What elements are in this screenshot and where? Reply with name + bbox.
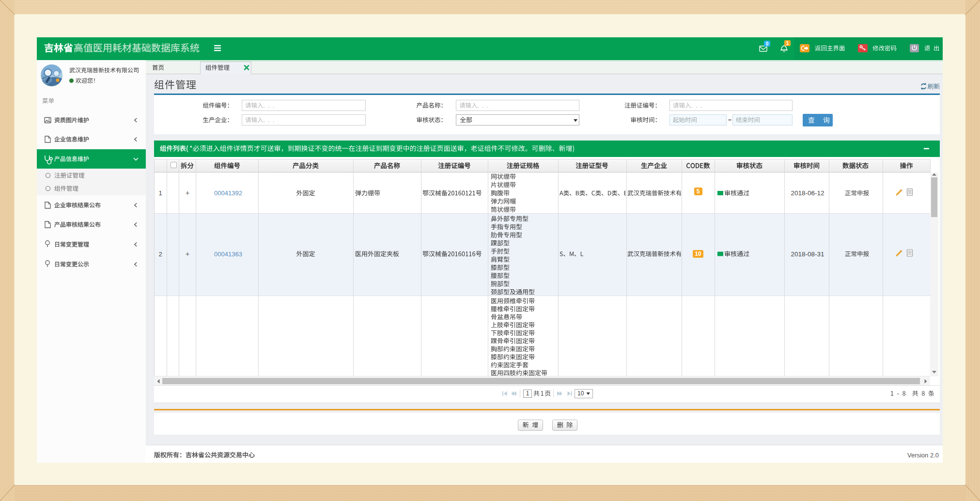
svg-text:2018-06-12: 2018-06-12 — [791, 189, 824, 197]
svg-text:+: + — [186, 250, 189, 258]
svg-text:1: 1 — [786, 41, 789, 46]
svg-text:00041392: 00041392 — [214, 189, 242, 197]
svg-text:1: 1 — [158, 189, 162, 197]
svg-text:+: + — [186, 189, 189, 197]
svg-text:00041363: 00041363 — [214, 250, 242, 258]
svg-text:2018-08-31: 2018-08-31 — [791, 250, 824, 258]
svg-text:Version 2.0: Version 2.0 — [907, 452, 939, 459]
svg-text:5: 5 — [697, 188, 700, 195]
svg-text:2: 2 — [158, 250, 162, 258]
svg-text:1: 1 — [526, 390, 529, 397]
svg-text:10: 10 — [695, 250, 701, 257]
svg-text:0: 0 — [766, 41, 769, 47]
svg-text:10: 10 — [577, 390, 584, 397]
